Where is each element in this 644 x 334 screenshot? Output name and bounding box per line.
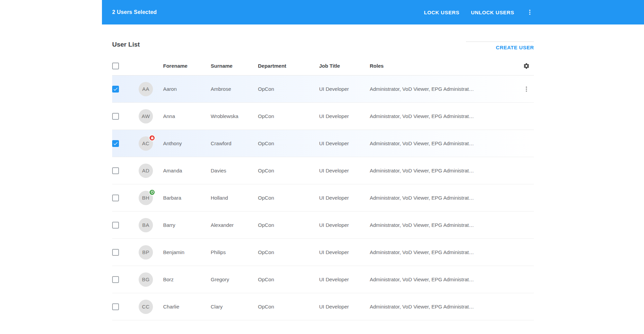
cell-surname: Holland — [211, 195, 258, 201]
cell-surname: Clary — [211, 304, 258, 310]
table-row[interactable]: AW Anna Wroblewska OpCon UI Developer Ad… — [112, 103, 534, 130]
avatar: BP — [139, 245, 153, 260]
avatar: AD — [139, 164, 153, 178]
table-row[interactable]: BG Borz Gregory OpCon UI Developer Admin… — [112, 266, 534, 293]
cell-job-title: UI Developer — [319, 249, 370, 255]
cell-roles: Administrator, VoD Viewer, EPG Administr… — [370, 86, 519, 92]
page-title: User List — [112, 41, 140, 56]
page-header-actions: CREATE USER — [466, 34, 534, 56]
cell-department: OpCon — [258, 277, 319, 282]
cell-roles: Administrator, VoD Viewer, EPG Administr… — [370, 168, 519, 173]
locked-badge-icon — [149, 135, 155, 141]
table-row[interactable]: AD Amanda Davies OpCon UI Developer Admi… — [112, 157, 534, 184]
cell-surname: Crawford — [211, 140, 258, 146]
cell-roles: Administrator, VoD Viewer, EPG Administr… — [370, 222, 519, 228]
avatar: BA — [139, 218, 153, 232]
avatar: AC — [139, 136, 153, 151]
cell-forename: Aaron — [163, 86, 211, 92]
avatar: AW — [139, 109, 153, 123]
avatar-initials: BA — [142, 222, 149, 228]
column-header-forename: Forename — [163, 63, 211, 69]
cell-surname: Wroblewska — [211, 113, 258, 119]
cell-roles: Administrator, VoD Viewer, EPG Administr… — [370, 140, 519, 146]
cell-department: OpCon — [258, 195, 319, 201]
cell-department: OpCon — [258, 140, 319, 146]
user-list-page: User List CREATE USER Forename Surname D… — [112, 24, 534, 320]
cell-surname: Davies — [211, 168, 258, 173]
toolbar-overflow-menu-icon[interactable] — [526, 8, 534, 16]
avatar: CC — [139, 300, 153, 314]
cell-job-title: UI Developer — [319, 304, 370, 310]
column-header-surname: Surname — [211, 63, 258, 69]
row-checkbox[interactable] — [112, 249, 119, 256]
cell-roles: Administrator, VoD Viewer, EPG Administr… — [370, 113, 519, 119]
table-row[interactable]: CC Charlie Clary OpCon UI Developer Admi… — [112, 293, 534, 320]
avatar-initials: AD — [142, 168, 150, 173]
cell-department: OpCon — [258, 86, 319, 92]
row-checkbox[interactable] — [112, 140, 119, 147]
selection-toolbar: 2 Users Selected LOCK USERS UNLOCK USERS — [102, 0, 644, 24]
row-checkbox[interactable] — [112, 303, 119, 310]
cell-roles: Administrator, VoD Viewer, EPG Administr… — [370, 249, 519, 255]
avatar-initials: AW — [142, 113, 150, 119]
table-row[interactable]: AC Anthony Crawford OpCon UI Developer A… — [112, 130, 534, 157]
avatar-initials: CC — [142, 304, 150, 310]
cell-forename: Barbara — [163, 195, 211, 201]
cell-job-title: UI Developer — [319, 277, 370, 282]
row-checkbox[interactable] — [112, 276, 119, 283]
table-row[interactable]: BH Barbara Holland OpCon UI Developer Ad… — [112, 184, 534, 212]
unlock-users-button[interactable]: UNLOCK USERS — [471, 10, 514, 15]
row-checkbox[interactable] — [112, 222, 119, 229]
cell-forename: Barry — [163, 222, 211, 228]
avatar-initials: AA — [142, 86, 149, 92]
row-checkbox[interactable] — [112, 113, 119, 120]
active-badge-icon — [149, 189, 155, 196]
cell-surname: Alexander — [211, 222, 258, 228]
cell-job-title: UI Developer — [319, 113, 370, 119]
cell-job-title: UI Developer — [319, 168, 370, 173]
cell-surname: Ambrose — [211, 86, 258, 92]
create-user-button[interactable]: CREATE USER — [496, 45, 534, 50]
cell-forename: Charlie — [163, 304, 211, 310]
toolbar-actions: LOCK USERS UNLOCK USERS — [424, 8, 534, 16]
cell-job-title: UI Developer — [319, 222, 370, 228]
cell-forename: Borz — [163, 277, 211, 282]
row-checkbox[interactable] — [112, 86, 119, 93]
table-row[interactable]: BP Benjamin Philips OpCon UI Developer A… — [112, 239, 534, 266]
lock-users-button[interactable]: LOCK USERS — [424, 10, 459, 15]
page-header: User List CREATE USER — [112, 24, 534, 56]
cell-forename: Anthony — [163, 140, 211, 146]
cell-forename: Amanda — [163, 168, 211, 173]
cell-department: OpCon — [258, 168, 319, 173]
cell-job-title: UI Developer — [319, 86, 370, 92]
cell-department: OpCon — [258, 113, 319, 119]
avatar: BH — [139, 191, 153, 205]
cell-forename: Benjamin — [163, 249, 211, 255]
cell-job-title: UI Developer — [319, 195, 370, 201]
column-header-department: Department — [258, 63, 319, 69]
cell-surname: Gregory — [211, 277, 258, 282]
cell-surname: Philips — [211, 249, 258, 255]
row-menu-icon[interactable] — [522, 85, 530, 93]
table-row[interactable]: BA Barry Alexander OpCon UI Developer Ad… — [112, 212, 534, 239]
select-all-checkbox[interactable] — [112, 63, 119, 69]
avatar-initials: BH — [142, 195, 150, 201]
avatar-initials: BP — [142, 249, 149, 255]
table-body: AA Aaron Ambrose OpCon UI Developer Admi… — [112, 76, 534, 320]
avatar-initials: AC — [142, 140, 150, 146]
selection-toolbar-inner: 2 Users Selected LOCK USERS UNLOCK USERS — [102, 8, 644, 16]
search-input[interactable] — [466, 34, 534, 42]
avatar: BG — [139, 272, 153, 287]
row-checkbox[interactable] — [112, 195, 119, 201]
avatar: AA — [139, 82, 153, 96]
gear-icon[interactable] — [523, 62, 530, 70]
column-header-job-title: Job Title — [319, 63, 370, 69]
table-header: Forename Surname Department Job Title Ro… — [112, 56, 534, 76]
cell-roles: Administrator, VoD Viewer, EPG Administr… — [370, 277, 519, 282]
table-row[interactable]: AA Aaron Ambrose OpCon UI Developer Admi… — [112, 76, 534, 103]
cell-department: OpCon — [258, 222, 319, 228]
cell-department: OpCon — [258, 304, 319, 310]
cell-forename: Anna — [163, 113, 211, 119]
row-checkbox[interactable] — [112, 167, 119, 174]
cell-roles: Administrator, VoD Viewer, EPG Administr… — [370, 304, 519, 310]
